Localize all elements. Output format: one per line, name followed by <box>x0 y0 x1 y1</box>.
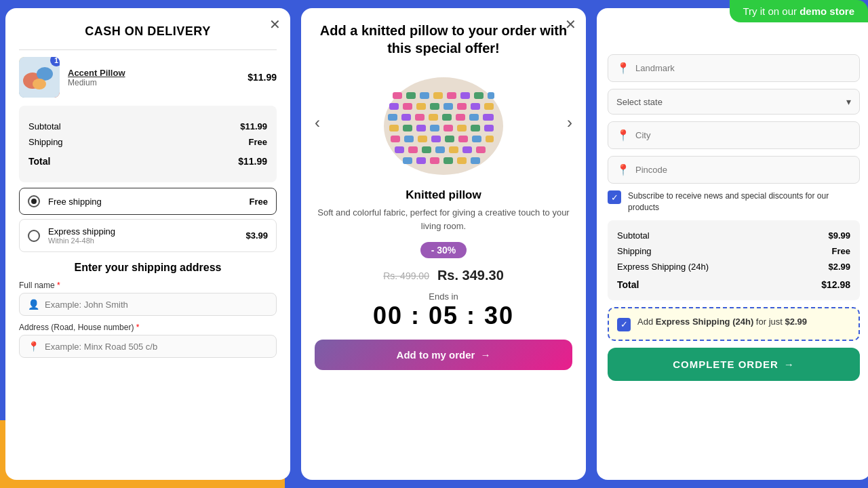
express-shipping-sublabel: Within 24-48h <box>48 237 245 245</box>
svg-rect-56 <box>457 157 467 164</box>
prev-arrow[interactable]: ‹ <box>315 113 320 132</box>
city-icon: 📍 <box>616 129 630 142</box>
rp-shipping-label: Shipping <box>617 244 793 258</box>
right-summary: Subtotal $9.99 Shipping Free Express Shi… <box>608 220 860 300</box>
address-input-wrapper: 📍 <box>19 335 277 358</box>
svg-rect-40 <box>431 136 441 142</box>
city-input[interactable] <box>635 130 851 140</box>
svg-rect-21 <box>388 114 397 121</box>
required-star-2: * <box>136 323 140 332</box>
free-shipping-option[interactable]: Free shipping Free <box>19 188 277 215</box>
svg-rect-32 <box>430 125 439 131</box>
price-row: Rs. 499.00 Rs. 349.30 <box>383 268 504 283</box>
svg-rect-41 <box>445 136 454 142</box>
svg-rect-11 <box>474 92 484 99</box>
order-summary: Subtotal $11.99 Shipping Free Total $11.… <box>19 106 277 182</box>
svg-rect-24 <box>429 114 438 121</box>
demo-banner-bold: demo store <box>800 5 854 17</box>
add-order-arrow: → <box>480 349 490 361</box>
pillow-image <box>376 65 511 180</box>
rp-express-label: Express Shipping (24h) <box>617 260 793 274</box>
free-shipping-label: Free shipping <box>48 197 250 207</box>
rp-subtotal-value: $9.99 <box>795 228 850 243</box>
add-to-order-button[interactable]: Add to my order → <box>315 340 572 370</box>
express-text-bold: Express Shipping (24h) <box>656 317 753 327</box>
svg-rect-48 <box>435 146 445 153</box>
subtotal-value: $11.99 <box>159 119 267 134</box>
express-text-before: Add <box>637 317 656 327</box>
rp-total-label: Total <box>617 275 793 292</box>
old-price: Rs. 499.00 <box>383 270 429 281</box>
svg-rect-38 <box>404 136 414 142</box>
express-shipping-label: Express shipping <box>48 226 245 237</box>
demo-banner-text: Try it on our <box>743 5 800 17</box>
state-select-wrapper: Select state Maharashtra Delhi Karnataka… <box>608 89 860 115</box>
order-item: 1 Accent Pillow Medium $11.99 <box>19 57 277 98</box>
right-panel-inner: 📍 Select state Maharashtra Delhi Karnata… <box>597 8 868 480</box>
state-select[interactable]: Select state Maharashtra Delhi Karnataka… <box>616 97 846 107</box>
svg-rect-45 <box>395 146 404 153</box>
rp-express-value: $2.99 <box>795 260 850 274</box>
total-label: Total <box>28 150 157 169</box>
subscribe-checkbox[interactable]: ✓ <box>608 190 621 204</box>
svg-rect-42 <box>458 136 468 142</box>
express-price: $2.99 <box>785 317 807 327</box>
svg-rect-19 <box>471 103 480 110</box>
add-order-label: Add to my order <box>397 349 475 361</box>
svg-rect-44 <box>486 136 494 142</box>
demo-store-banner: Try it on our demo store <box>730 0 869 22</box>
express-shipping-option[interactable]: Express shipping Within 24-48h $3.99 <box>19 219 277 252</box>
express-shipping-radio[interactable] <box>28 230 40 242</box>
item-image: 1 <box>19 57 60 98</box>
svg-rect-5 <box>393 92 402 99</box>
right-summary-table: Subtotal $9.99 Shipping Free Express Shi… <box>616 227 852 293</box>
fullname-label: Full name * <box>19 281 277 290</box>
svg-rect-25 <box>442 114 452 121</box>
product-name: Knitted pillow <box>406 188 481 202</box>
svg-rect-12 <box>488 92 494 99</box>
free-shipping-price: Free <box>250 197 268 207</box>
svg-rect-52 <box>403 157 412 164</box>
svg-rect-35 <box>471 125 480 131</box>
svg-rect-53 <box>416 157 426 164</box>
svg-rect-51 <box>476 146 486 153</box>
express-text: Add Express Shipping (24h) for just $2.9… <box>637 317 807 327</box>
subscribe-row: ✓ Subscribe to receive news and special … <box>608 190 860 214</box>
total-value: $11.99 <box>159 150 267 169</box>
subscribe-text: Subscribe to receive news and special di… <box>628 190 860 214</box>
complete-order-button[interactable]: COMPLETE ORDER → <box>608 348 860 381</box>
svg-point-2 <box>37 67 53 81</box>
product-description: Soft and colorful fabric, perfect for gi… <box>315 206 572 232</box>
svg-rect-28 <box>483 114 494 121</box>
address-input[interactable] <box>45 342 268 352</box>
svg-rect-9 <box>447 92 456 99</box>
next-arrow[interactable]: › <box>567 113 572 132</box>
item-subtitle: Medium <box>68 78 239 87</box>
rp-subtotal-label: Subtotal <box>617 228 793 243</box>
fullname-input[interactable] <box>45 300 268 310</box>
svg-rect-46 <box>408 146 418 153</box>
svg-rect-14 <box>403 103 412 110</box>
free-shipping-radio[interactable] <box>28 195 40 207</box>
discount-badge: - 30% <box>420 242 467 258</box>
express-shipping-box: ✓ Add Express Shipping (24h) for just $2… <box>608 307 860 341</box>
landmark-input[interactable] <box>635 63 851 73</box>
express-checkbox[interactable]: ✓ <box>617 318 631 331</box>
svg-rect-34 <box>457 125 467 131</box>
svg-rect-22 <box>401 114 411 121</box>
close-middle-button[interactable]: ✕ <box>565 18 576 31</box>
svg-rect-20 <box>484 103 494 110</box>
right-panel: Try it on our demo store 📍 Select state … <box>591 0 868 488</box>
required-star: * <box>57 281 60 290</box>
pincode-input[interactable] <box>635 165 851 175</box>
close-left-button[interactable]: ✕ <box>269 18 281 31</box>
svg-point-3 <box>33 79 46 89</box>
address-label: Address (Road, House number) * <box>19 323 277 332</box>
city-input-wrapper: 📍 <box>608 121 860 149</box>
middle-panel: ✕ Add a knitted pillow to your order wit… <box>301 8 586 480</box>
svg-rect-23 <box>415 114 425 121</box>
chevron-down-icon: ▾ <box>846 96 851 107</box>
express-text-after: for just <box>753 317 785 327</box>
svg-rect-33 <box>443 125 453 131</box>
svg-rect-18 <box>457 103 467 110</box>
